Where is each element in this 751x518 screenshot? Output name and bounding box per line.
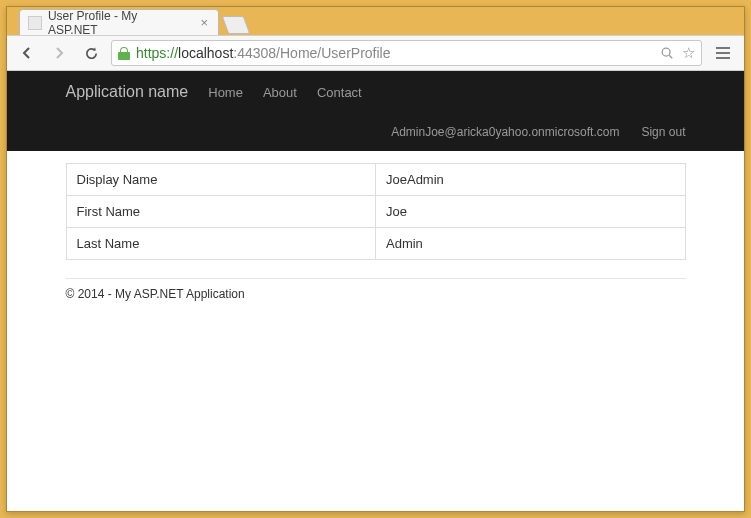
arrow-left-icon xyxy=(19,45,35,61)
page-viewport: Application name Home About Contact Admi… xyxy=(7,71,744,511)
browser-menu-button[interactable] xyxy=(710,40,736,66)
profile-value: Admin xyxy=(376,228,686,260)
profile-value: JoeAdmin xyxy=(376,164,686,196)
tab-close-button[interactable]: × xyxy=(200,15,208,30)
reload-button[interactable] xyxy=(79,41,103,65)
app-brand[interactable]: Application name xyxy=(66,83,189,101)
app-navbar: Application name Home About Contact Admi… xyxy=(7,71,744,151)
svg-line-1 xyxy=(669,55,672,58)
omnibox-right: ☆ xyxy=(660,44,695,62)
profile-label: Last Name xyxy=(66,228,376,260)
browser-window: ─ ☐ ✕ User Profile - My ASP.NET × https:… xyxy=(6,6,745,512)
profile-table: Display Name JoeAdmin First Name Joe Las… xyxy=(66,163,686,260)
hamburger-icon xyxy=(716,52,730,54)
url-scheme: https xyxy=(136,45,166,61)
lock-icon xyxy=(118,47,130,59)
browser-toolbar: https://localhost:44308/Home/UserProfile… xyxy=(7,35,744,71)
nav-link-about[interactable]: About xyxy=(263,85,297,100)
bookmark-star-icon[interactable]: ☆ xyxy=(682,44,695,62)
table-row: Display Name JoeAdmin xyxy=(66,164,685,196)
address-bar[interactable]: https://localhost:44308/Home/UserProfile… xyxy=(111,40,702,66)
tab-title: User Profile - My ASP.NET xyxy=(48,9,189,37)
back-button[interactable] xyxy=(15,41,39,65)
forward-button[interactable] xyxy=(47,41,71,65)
favicon-icon xyxy=(28,16,42,30)
user-email[interactable]: AdminJoe@aricka0yahoo.onmicrosoft.com xyxy=(391,125,619,139)
browser-tab[interactable]: User Profile - My ASP.NET × xyxy=(19,9,219,35)
profile-label: First Name xyxy=(66,196,376,228)
url-path: :44308/Home/UserProfile xyxy=(233,45,390,61)
svg-point-0 xyxy=(662,48,670,56)
reload-icon xyxy=(84,46,99,61)
sign-out-link[interactable]: Sign out xyxy=(641,125,685,139)
nav-link-home[interactable]: Home xyxy=(208,85,243,100)
url-text: https://localhost:44308/Home/UserProfile xyxy=(136,45,654,61)
page-content: Display Name JoeAdmin First Name Joe Las… xyxy=(56,151,696,321)
table-row: Last Name Admin xyxy=(66,228,685,260)
url-host: localhost xyxy=(178,45,233,61)
footer-text: © 2014 - My ASP.NET Application xyxy=(66,287,686,301)
new-tab-button[interactable] xyxy=(222,16,251,34)
divider xyxy=(66,278,686,279)
profile-value: Joe xyxy=(376,196,686,228)
search-icon[interactable] xyxy=(660,46,674,60)
nav-link-contact[interactable]: Contact xyxy=(317,85,362,100)
arrow-right-icon xyxy=(51,45,67,61)
tab-strip: User Profile - My ASP.NET × xyxy=(7,7,744,35)
profile-label: Display Name xyxy=(66,164,376,196)
table-row: First Name Joe xyxy=(66,196,685,228)
